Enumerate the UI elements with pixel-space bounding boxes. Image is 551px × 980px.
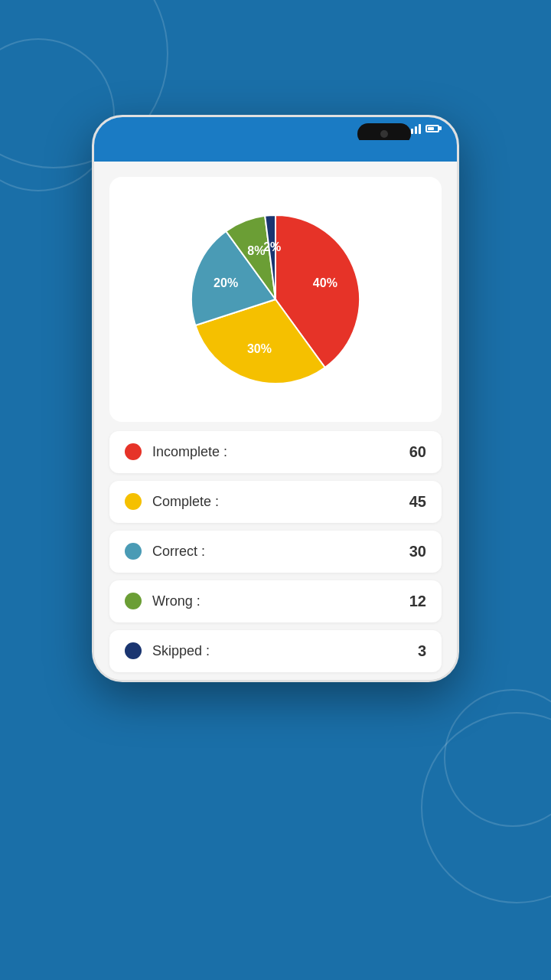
app-bar (94, 140, 457, 162)
stat-item: Correct :30 (109, 531, 442, 573)
svg-text:8%: 8% (247, 243, 265, 256)
stat-label: Complete : (152, 494, 399, 510)
svg-text:30%: 30% (247, 341, 272, 354)
stats-list: Incomplete :60Complete :45Correct :30Wro… (109, 431, 442, 672)
stat-value: 3 (418, 642, 426, 660)
stat-value: 30 (409, 543, 426, 560)
chart-container: 40%30%20%8%2% (109, 177, 442, 422)
stat-label: Correct : (152, 544, 399, 560)
main-content: 40%30%20%8%2% Incomplete :60Complete :45… (94, 162, 457, 680)
stat-label: Incomplete : (152, 444, 399, 460)
stat-value: 60 (409, 443, 426, 461)
phone-mockup: 40%30%20%8%2% Incomplete :60Complete :45… (92, 115, 459, 682)
svg-text:2%: 2% (263, 240, 281, 253)
svg-text:40%: 40% (313, 276, 337, 289)
stat-item: Incomplete :60 (109, 431, 442, 473)
stat-item: Skipped :3 (109, 630, 442, 672)
stat-dot (125, 443, 142, 460)
stat-label: Skipped : (152, 643, 407, 659)
stat-item: Wrong :12 (109, 580, 442, 622)
stat-dot (125, 642, 142, 659)
stat-dot (125, 543, 142, 560)
battery-icon (425, 125, 442, 132)
stat-label: Wrong : (152, 593, 399, 609)
stat-value: 45 (409, 493, 426, 511)
camera-dot (380, 130, 388, 138)
header-section (0, 0, 551, 115)
pie-chart: 40%30%20%8%2% (168, 192, 383, 407)
stat-dot (125, 493, 142, 510)
status-bar (94, 117, 457, 140)
stat-value: 12 (409, 593, 426, 610)
stat-dot (125, 593, 142, 609)
stat-item: Complete :45 (109, 481, 442, 523)
svg-text:20%: 20% (214, 276, 238, 289)
